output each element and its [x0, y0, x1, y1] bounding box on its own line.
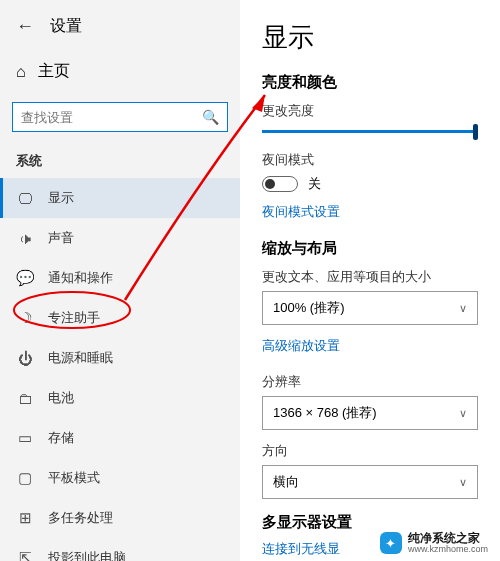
nav-label: 声音 — [48, 229, 224, 247]
orientation-dropdown[interactable]: 横向 ∨ — [262, 465, 478, 499]
toggle-state: 关 — [308, 175, 321, 193]
resolution-label: 分辨率 — [262, 373, 478, 391]
night-mode-label: 夜间模式 — [262, 151, 478, 169]
nav-label: 显示 — [48, 189, 224, 207]
night-mode-settings-link[interactable]: 夜间模式设置 — [262, 203, 478, 221]
tablet-icon: ▢ — [16, 469, 34, 487]
brightness-label: 更改亮度 — [262, 102, 478, 120]
resolution-dropdown[interactable]: 1366 × 768 (推荐) ∨ — [262, 396, 478, 430]
nav-label: 平板模式 — [48, 469, 224, 487]
multitask-icon: ⊞ — [16, 509, 34, 527]
nav-label: 存储 — [48, 429, 224, 447]
scale-label: 更改文本、应用等项目的大小 — [262, 268, 478, 286]
power-icon: ⏻ — [16, 350, 34, 367]
home-nav[interactable]: ⌂ 主页 — [0, 51, 240, 92]
nav-label: 投影到此电脑 — [48, 549, 224, 561]
section-label: 系统 — [0, 142, 240, 178]
nav-power-sleep[interactable]: ⏻ 电源和睡眠 — [0, 338, 240, 378]
watermark: ✦ 纯净系统之家 www.kzmhome.com — [374, 530, 494, 557]
focus-icon: ☽ — [16, 309, 34, 327]
notifications-icon: 💬 — [16, 269, 34, 287]
chevron-down-icon: ∨ — [459, 476, 467, 489]
nav-battery[interactable]: 🗀 电池 — [0, 378, 240, 418]
nav-projecting[interactable]: ⇱ 投影到此电脑 — [0, 538, 240, 561]
nav-notifications[interactable]: 💬 通知和操作 — [0, 258, 240, 298]
scale-section: 缩放与布局 — [262, 239, 478, 258]
nav-sound[interactable]: 🕩 声音 — [0, 218, 240, 258]
nav-label: 专注助手 — [48, 309, 224, 327]
search-input[interactable] — [21, 110, 202, 125]
nav-label: 多任务处理 — [48, 509, 224, 527]
orientation-label: 方向 — [262, 442, 478, 460]
home-icon: ⌂ — [16, 63, 26, 81]
display-icon: 🖵 — [16, 190, 34, 207]
watermark-url: www.kzmhome.com — [408, 545, 488, 555]
brightness-section: 亮度和颜色 — [262, 73, 478, 92]
sound-icon: 🕩 — [16, 230, 34, 247]
nav-multitasking[interactable]: ⊞ 多任务处理 — [0, 498, 240, 538]
storage-icon: ▭ — [16, 429, 34, 447]
settings-title: 设置 — [50, 16, 82, 37]
chevron-down-icon: ∨ — [459, 407, 467, 420]
scale-value: 100% (推荐) — [273, 299, 345, 317]
search-icon: 🔍 — [202, 109, 219, 125]
projecting-icon: ⇱ — [16, 549, 34, 561]
scale-dropdown[interactable]: 100% (推荐) ∨ — [262, 291, 478, 325]
nav-label: 通知和操作 — [48, 269, 224, 287]
night-mode-toggle[interactable] — [262, 176, 298, 192]
nav-storage[interactable]: ▭ 存储 — [0, 418, 240, 458]
chevron-down-icon: ∨ — [459, 302, 467, 315]
brightness-slider[interactable] — [262, 130, 478, 133]
watermark-logo-icon: ✦ — [380, 532, 402, 554]
nav-tablet-mode[interactable]: ▢ 平板模式 — [0, 458, 240, 498]
orientation-value: 横向 — [273, 473, 299, 491]
home-label: 主页 — [38, 61, 70, 82]
advanced-scale-link[interactable]: 高级缩放设置 — [262, 337, 478, 355]
back-icon[interactable]: ← — [16, 16, 34, 37]
nav-display[interactable]: 🖵 显示 — [0, 178, 240, 218]
page-title: 显示 — [262, 20, 478, 55]
nav-label: 电源和睡眠 — [48, 349, 224, 367]
search-box[interactable]: 🔍 — [12, 102, 228, 132]
battery-icon: 🗀 — [16, 390, 34, 407]
nav-focus-assist[interactable]: ☽ 专注助手 — [0, 298, 240, 338]
resolution-value: 1366 × 768 (推荐) — [273, 404, 377, 422]
nav-label: 电池 — [48, 389, 224, 407]
